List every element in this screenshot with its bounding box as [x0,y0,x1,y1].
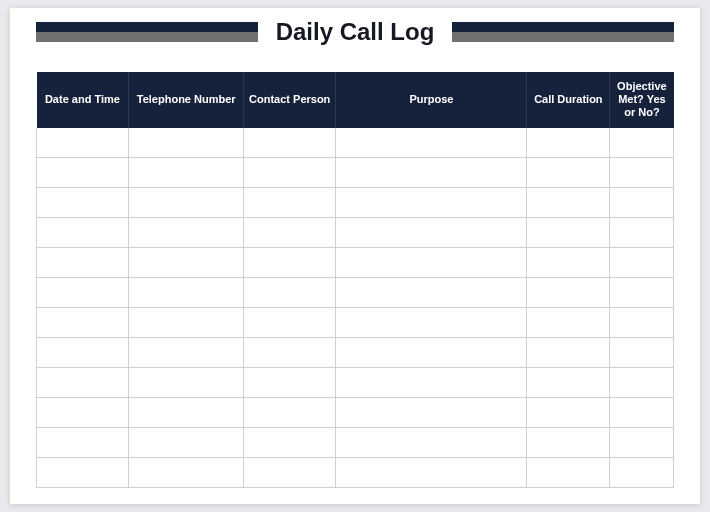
table-row [37,398,674,428]
table-cell[interactable] [37,338,129,368]
table-cell[interactable] [244,368,336,398]
table-row [37,218,674,248]
table-cell[interactable] [336,158,527,188]
table-cell[interactable] [336,458,527,488]
table-cell[interactable] [527,398,610,428]
table-cell[interactable] [527,368,610,398]
table-cell[interactable] [336,218,527,248]
table-cell[interactable] [129,248,244,278]
table-cell[interactable] [527,158,610,188]
table-cell[interactable] [610,428,674,458]
table-header: Date and Time Telephone Number Contact P… [37,72,674,128]
table-cell[interactable] [244,458,336,488]
table-cell[interactable] [37,158,129,188]
table-cell[interactable] [610,458,674,488]
table-cell[interactable] [527,278,610,308]
table-cell[interactable] [129,338,244,368]
table-cell[interactable] [37,428,129,458]
table-cell[interactable] [336,338,527,368]
table-cell[interactable] [244,218,336,248]
table-row [37,158,674,188]
table-cell[interactable] [527,128,610,158]
table-cell[interactable] [244,398,336,428]
table-cell[interactable] [37,188,129,218]
table-cell[interactable] [37,398,129,428]
table-cell[interactable] [610,188,674,218]
table-cell[interactable] [37,458,129,488]
table-cell[interactable] [610,338,674,368]
title-row: Daily Call Log [10,18,700,46]
col-header-telephone: Telephone Number [129,72,244,128]
table-cell[interactable] [37,248,129,278]
call-log-table: Date and Time Telephone Number Contact P… [36,72,674,488]
table-cell[interactable] [610,278,674,308]
table-cell[interactable] [37,218,129,248]
table-cell[interactable] [129,368,244,398]
table-cell[interactable] [37,308,129,338]
table-cell[interactable] [244,278,336,308]
table-wrap: Date and Time Telephone Number Contact P… [10,72,700,488]
table-cell[interactable] [610,308,674,338]
table-cell[interactable] [129,158,244,188]
table-cell[interactable] [336,368,527,398]
table-cell[interactable] [336,398,527,428]
table-cell[interactable] [527,458,610,488]
table-cell[interactable] [129,308,244,338]
table-cell[interactable] [37,128,129,158]
table-row [37,458,674,488]
stripe-left [36,22,258,42]
col-header-objective: Objective Met? Yes or No? [610,72,674,128]
table-row [37,338,674,368]
table-cell[interactable] [37,368,129,398]
table-cell[interactable] [336,128,527,158]
table-cell[interactable] [610,368,674,398]
table-cell[interactable] [129,398,244,428]
table-row [37,278,674,308]
col-header-purpose: Purpose [336,72,527,128]
table-cell[interactable] [610,248,674,278]
table-cell[interactable] [527,248,610,278]
table-row [37,248,674,278]
table-cell[interactable] [336,278,527,308]
table-cell[interactable] [244,248,336,278]
table-cell[interactable] [610,218,674,248]
table-row [37,188,674,218]
table-cell[interactable] [129,458,244,488]
table-row [37,308,674,338]
table-cell[interactable] [336,428,527,458]
table-cell[interactable] [129,428,244,458]
table-cell[interactable] [129,218,244,248]
table-cell[interactable] [527,308,610,338]
table-cell[interactable] [610,158,674,188]
col-header-duration: Call Duration [527,72,610,128]
table-cell[interactable] [129,188,244,218]
table-row [37,128,674,158]
table-cell[interactable] [244,338,336,368]
table-cell[interactable] [336,308,527,338]
table-cell[interactable] [527,218,610,248]
table-body [37,128,674,488]
table-cell[interactable] [129,278,244,308]
stripe-right [452,22,674,42]
table-cell[interactable] [129,128,244,158]
table-cell[interactable] [527,428,610,458]
table-cell[interactable] [610,128,674,158]
table-cell[interactable] [527,188,610,218]
document-sheet: Daily Call Log Date and Time Telephone N… [10,8,700,504]
table-cell[interactable] [37,278,129,308]
col-header-contact: Contact Person [244,72,336,128]
table-cell[interactable] [610,398,674,428]
table-cell[interactable] [336,248,527,278]
table-cell[interactable] [244,188,336,218]
page-title: Daily Call Log [272,18,439,46]
table-row [37,368,674,398]
table-row [37,428,674,458]
table-cell[interactable] [244,158,336,188]
table-cell[interactable] [244,308,336,338]
table-cell[interactable] [244,428,336,458]
table-cell[interactable] [336,188,527,218]
table-cell[interactable] [244,128,336,158]
table-cell[interactable] [527,338,610,368]
col-header-date: Date and Time [37,72,129,128]
